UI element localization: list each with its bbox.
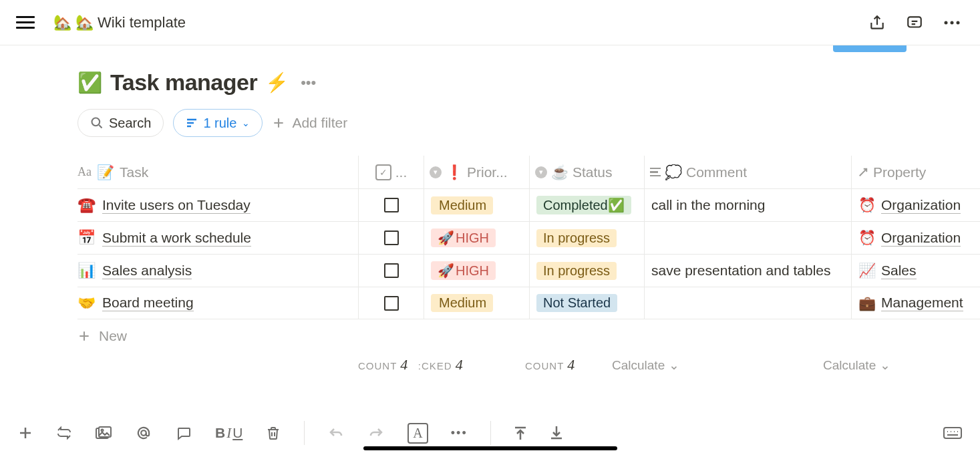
column-header-comment[interactable]: 💭 Comment <box>644 156 851 188</box>
status-tag[interactable]: In progress <box>536 229 617 247</box>
property-emoji-icon: 💼 <box>858 295 876 311</box>
comment-cell[interactable] <box>644 222 851 254</box>
home-indicator <box>363 446 617 450</box>
table-row[interactable]: 🤝 Board meeting Medium Not Started 💼 Man… <box>77 287 980 319</box>
property-link[interactable]: ⏰ Organization <box>858 230 961 247</box>
row-emoji-icon: ☎️ <box>77 196 96 214</box>
svg-point-2 <box>951 21 954 24</box>
checkbox[interactable] <box>384 198 399 212</box>
calculate-button[interactable]: Calculate ⌄ <box>823 357 890 373</box>
task-title[interactable]: Submit a work schedule <box>102 230 251 247</box>
svg-rect-0 <box>908 17 921 27</box>
calculate-button[interactable]: Calculate ⌄ <box>612 357 679 373</box>
breadcrumb-emoji-icon: 🏡 <box>53 14 71 31</box>
status-tag[interactable]: In progress <box>536 262 617 280</box>
title-more-icon[interactable]: ••• <box>297 74 320 92</box>
redo-icon[interactable] <box>367 426 385 440</box>
bottom-toolbar: BIU A ••• <box>0 413 980 453</box>
priority-tag[interactable]: 🚀HIGH <box>431 261 496 280</box>
undo-icon[interactable] <box>327 426 345 440</box>
property-link[interactable]: 📈 Sales <box>858 263 917 279</box>
search-label: Search <box>109 116 151 131</box>
relation-type-icon <box>857 166 869 178</box>
page-title[interactable]: Task manager <box>110 69 257 96</box>
add-block-icon[interactable] <box>17 425 33 441</box>
breadcrumb[interactable]: 🏡 🏡 Wiki template <box>53 14 865 31</box>
add-filter-button[interactable]: Add filter <box>272 115 347 131</box>
row-emoji-icon: 📅 <box>77 229 96 247</box>
status-tag[interactable]: Completed✅ <box>536 196 631 214</box>
page-emoji-icon[interactable]: ✅ <box>77 71 102 94</box>
menu-button[interactable] <box>16 16 35 29</box>
keyboard-icon[interactable] <box>943 426 963 440</box>
task-title[interactable]: Sales analysis <box>102 263 192 279</box>
svg-point-8 <box>141 430 146 436</box>
column-header-status[interactable]: ▾ ☕ Status <box>529 156 644 188</box>
task-title[interactable]: Invite users on Tuesday <box>102 197 251 214</box>
task-title[interactable]: Board meeting <box>102 295 194 311</box>
property-link[interactable]: ⏰ Organization <box>858 197 961 214</box>
select-type-icon: ▾ <box>535 166 547 178</box>
image-icon[interactable] <box>95 426 112 440</box>
bolt-icon: ⚡ <box>265 71 289 94</box>
task-table: Aa 📝 Task ✓ ... ▾ ❗ Prior... ▾ ☕ Status … <box>77 156 980 377</box>
count-summary[interactable]: COUNT 4 <box>525 356 575 373</box>
text-style-icon[interactable]: A <box>407 423 428 444</box>
breadcrumb-emoji-icon: 🏡 <box>75 14 94 31</box>
svg-point-1 <box>945 21 948 24</box>
breadcrumb-text: Wiki template <box>98 14 186 31</box>
comments-icon[interactable] <box>903 11 927 35</box>
sort-rule-button[interactable]: 1 rule ⌄ <box>173 109 263 137</box>
table-row[interactable]: 📅 Submit a work schedule 🚀HIGH In progre… <box>77 222 980 255</box>
more-icon[interactable] <box>940 11 964 35</box>
svg-point-4 <box>92 118 100 126</box>
move-up-icon[interactable] <box>514 425 527 441</box>
header-truncated-icon: ... <box>395 164 407 180</box>
text-type-icon <box>650 168 661 177</box>
search-button[interactable]: Search <box>77 109 164 137</box>
comment-cell[interactable]: call in the morning <box>644 189 851 221</box>
trash-icon[interactable] <box>265 424 281 442</box>
chevron-down-icon: ⌄ <box>242 118 250 128</box>
title-type-icon: Aa <box>77 165 92 179</box>
turn-into-icon[interactable] <box>56 425 72 441</box>
status-tag[interactable]: Not Started <box>536 294 617 312</box>
priority-tag[interactable]: Medium <box>431 294 493 312</box>
checkbox[interactable] <box>384 296 399 311</box>
add-filter-label: Add filter <box>292 115 347 131</box>
property-link[interactable]: 💼 Management <box>858 295 963 311</box>
column-header-priority[interactable]: ▾ ❗ Prior... <box>424 156 529 188</box>
svg-point-3 <box>957 21 960 24</box>
sort-rule-label: 1 rule <box>203 116 236 131</box>
count-summary[interactable]: COUNT 4 :CKED 4 <box>358 356 463 373</box>
format-biu-icon[interactable]: BIU <box>215 425 242 442</box>
svg-rect-9 <box>944 428 961 438</box>
chevron-down-icon: ⌄ <box>880 358 890 372</box>
property-emoji-icon: 📈 <box>858 263 876 279</box>
comment-icon[interactable] <box>175 425 192 441</box>
mention-icon[interactable] <box>135 424 152 442</box>
new-button-fragment <box>833 45 907 52</box>
column-header-property[interactable]: Property <box>851 156 980 188</box>
new-row-button[interactable]: New <box>77 319 980 353</box>
more-options-icon[interactable]: ••• <box>451 426 468 440</box>
property-emoji-icon: ⏰ <box>858 197 876 213</box>
table-row[interactable]: ☎️ Invite users on Tuesday Medium Comple… <box>77 189 980 222</box>
task-column-emoji-icon: 📝 <box>97 164 114 180</box>
comment-cell[interactable] <box>644 287 851 319</box>
table-row[interactable]: 📊 Sales analysis 🚀HIGH In progress save … <box>77 255 980 287</box>
status-emoji-icon: ☕ <box>551 164 568 180</box>
checkbox[interactable] <box>384 231 399 245</box>
comment-cell[interactable]: save presentation and tables <box>644 255 851 287</box>
priority-tag[interactable]: 🚀HIGH <box>431 229 496 247</box>
checkbox[interactable] <box>384 263 399 278</box>
move-down-icon[interactable] <box>550 425 563 441</box>
checkbox-type-icon: ✓ <box>375 164 391 180</box>
share-icon[interactable] <box>865 11 889 35</box>
column-header-checkbox[interactable]: ✓ ... <box>358 156 424 188</box>
property-emoji-icon: ⏰ <box>858 230 876 246</box>
comment-emoji-icon: 💭 <box>665 164 682 180</box>
priority-tag[interactable]: Medium <box>431 196 493 214</box>
table-footer: COUNT 4 :CKED 4 COUNT 4 Calculate ⌄ Calc… <box>77 353 980 377</box>
column-header-task[interactable]: Aa 📝 Task <box>77 164 358 180</box>
